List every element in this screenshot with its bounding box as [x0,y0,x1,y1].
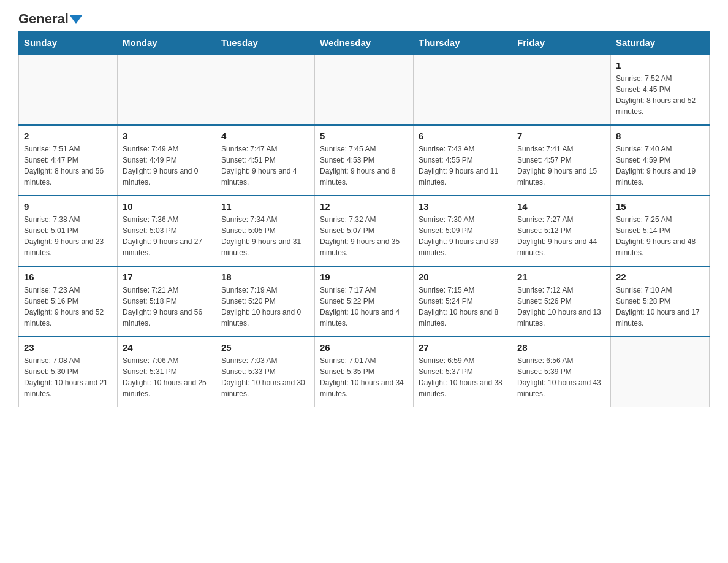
calendar-week-row: 16Sunrise: 7:23 AMSunset: 5:16 PMDayligh… [19,266,710,337]
day-number: 6 [419,131,507,141]
calendar-cell: 27Sunrise: 6:59 AMSunset: 5:37 PMDayligh… [414,337,512,407]
day-info: Sunrise: 7:36 AMSunset: 5:03 PMDaylight:… [123,214,211,258]
calendar-cell [611,337,710,407]
day-info: Sunrise: 7:32 AMSunset: 5:07 PMDaylight:… [320,214,408,258]
calendar-cell [118,55,216,125]
logo-black-text: General [18,11,69,26]
day-info: Sunrise: 7:41 AMSunset: 4:57 PMDaylight:… [517,144,605,188]
calendar-cell: 8Sunrise: 7:40 AMSunset: 4:59 PMDaylight… [611,125,710,196]
calendar-cell: 16Sunrise: 7:23 AMSunset: 5:16 PMDayligh… [19,266,118,337]
day-of-week-header: Thursday [414,31,512,55]
day-info: Sunrise: 7:19 AMSunset: 5:20 PMDaylight:… [221,285,309,329]
calendar-cell: 7Sunrise: 7:41 AMSunset: 4:57 PMDaylight… [512,125,611,196]
day-info: Sunrise: 7:21 AMSunset: 5:18 PMDaylight:… [123,285,211,329]
calendar-cell: 20Sunrise: 7:15 AMSunset: 5:24 PMDayligh… [414,266,512,337]
calendar-cell [512,55,611,125]
calendar-cell: 12Sunrise: 7:32 AMSunset: 5:07 PMDayligh… [315,196,414,266]
calendar-week-row: 1Sunrise: 7:52 AMSunset: 4:45 PMDaylight… [19,55,710,125]
day-number: 2 [24,131,112,141]
day-of-week-header: Saturday [611,31,710,55]
calendar-cell: 17Sunrise: 7:21 AMSunset: 5:18 PMDayligh… [118,266,216,337]
calendar-week-row: 23Sunrise: 7:08 AMSunset: 5:30 PMDayligh… [19,337,710,407]
day-of-week-header: Wednesday [315,31,414,55]
day-number: 11 [221,201,309,212]
day-info: Sunrise: 7:27 AMSunset: 5:12 PMDaylight:… [517,214,605,258]
calendar-cell: 13Sunrise: 7:30 AMSunset: 5:09 PMDayligh… [414,196,512,266]
day-number: 4 [221,131,309,141]
calendar-cell: 2Sunrise: 7:51 AMSunset: 4:47 PMDaylight… [19,125,118,196]
day-number: 28 [517,342,605,353]
calendar-table: SundayMondayTuesdayWednesdayThursdayFrid… [18,31,710,407]
day-info: Sunrise: 7:01 AMSunset: 5:35 PMDaylight:… [320,355,408,399]
day-info: Sunrise: 6:59 AMSunset: 5:37 PMDaylight:… [419,355,507,399]
day-info: Sunrise: 7:34 AMSunset: 5:05 PMDaylight:… [221,214,309,258]
day-number: 5 [320,131,408,141]
day-number: 23 [24,342,112,353]
day-info: Sunrise: 7:49 AMSunset: 4:49 PMDaylight:… [123,144,211,188]
day-info: Sunrise: 7:03 AMSunset: 5:33 PMDaylight:… [221,355,309,399]
day-info: Sunrise: 7:40 AMSunset: 4:59 PMDaylight:… [616,144,704,188]
day-number: 25 [221,342,309,353]
calendar-cell: 25Sunrise: 7:03 AMSunset: 5:33 PMDayligh… [216,337,315,407]
day-of-week-header: Sunday [19,31,118,55]
calendar-header: SundayMondayTuesdayWednesdayThursdayFrid… [19,31,710,55]
day-info: Sunrise: 7:10 AMSunset: 5:28 PMDaylight:… [616,285,704,329]
calendar-cell: 26Sunrise: 7:01 AMSunset: 5:35 PMDayligh… [315,337,414,407]
day-number: 16 [24,272,112,282]
calendar-cell [216,55,315,125]
day-info: Sunrise: 7:08 AMSunset: 5:30 PMDaylight:… [24,355,112,399]
calendar-cell: 5Sunrise: 7:45 AMSunset: 4:53 PMDaylight… [315,125,414,196]
calendar-cell: 9Sunrise: 7:38 AMSunset: 5:01 PMDaylight… [19,196,118,266]
calendar-cell: 24Sunrise: 7:06 AMSunset: 5:31 PMDayligh… [118,337,216,407]
page-header: General [18,12,710,25]
day-number: 13 [419,201,507,212]
day-number: 24 [123,342,211,353]
day-info: Sunrise: 7:30 AMSunset: 5:09 PMDaylight:… [419,214,507,258]
calendar-week-row: 2Sunrise: 7:51 AMSunset: 4:47 PMDaylight… [19,125,710,196]
days-of-week-row: SundayMondayTuesdayWednesdayThursdayFrid… [19,31,710,55]
day-number: 14 [517,201,605,212]
calendar-cell: 19Sunrise: 7:17 AMSunset: 5:22 PMDayligh… [315,266,414,337]
day-of-week-header: Monday [118,31,216,55]
day-of-week-header: Tuesday [216,31,315,55]
day-number: 21 [517,272,605,282]
day-number: 19 [320,272,408,282]
calendar-cell: 6Sunrise: 7:43 AMSunset: 4:55 PMDaylight… [414,125,512,196]
calendar-cell: 11Sunrise: 7:34 AMSunset: 5:05 PMDayligh… [216,196,315,266]
day-number: 27 [419,342,507,353]
day-info: Sunrise: 7:43 AMSunset: 4:55 PMDaylight:… [419,144,507,188]
calendar-cell: 28Sunrise: 6:56 AMSunset: 5:39 PMDayligh… [512,337,611,407]
day-number: 1 [616,60,704,71]
calendar-cell [414,55,512,125]
logo: General [18,12,82,25]
day-number: 15 [616,201,704,212]
day-number: 20 [419,272,507,282]
calendar-cell: 22Sunrise: 7:10 AMSunset: 5:28 PMDayligh… [611,266,710,337]
day-of-week-header: Friday [512,31,611,55]
calendar-cell: 3Sunrise: 7:49 AMSunset: 4:49 PMDaylight… [118,125,216,196]
day-number: 18 [221,272,309,282]
calendar-cell: 10Sunrise: 7:36 AMSunset: 5:03 PMDayligh… [118,196,216,266]
day-number: 17 [123,272,211,282]
day-number: 10 [123,201,211,212]
day-number: 8 [616,131,704,141]
calendar-cell: 15Sunrise: 7:25 AMSunset: 5:14 PMDayligh… [611,196,710,266]
day-info: Sunrise: 7:15 AMSunset: 5:24 PMDaylight:… [419,285,507,329]
day-info: Sunrise: 7:38 AMSunset: 5:01 PMDaylight:… [24,214,112,258]
day-info: Sunrise: 7:17 AMSunset: 5:22 PMDaylight:… [320,285,408,329]
day-number: 7 [517,131,605,141]
day-info: Sunrise: 7:47 AMSunset: 4:51 PMDaylight:… [221,144,309,188]
calendar-cell: 21Sunrise: 7:12 AMSunset: 5:26 PMDayligh… [512,266,611,337]
calendar-body: 1Sunrise: 7:52 AMSunset: 4:45 PMDaylight… [19,55,710,407]
day-info: Sunrise: 6:56 AMSunset: 5:39 PMDaylight:… [517,355,605,399]
day-number: 12 [320,201,408,212]
day-info: Sunrise: 7:23 AMSunset: 5:16 PMDaylight:… [24,285,112,329]
day-number: 3 [123,131,211,141]
day-info: Sunrise: 7:06 AMSunset: 5:31 PMDaylight:… [123,355,211,399]
calendar-cell: 4Sunrise: 7:47 AMSunset: 4:51 PMDaylight… [216,125,315,196]
day-number: 9 [24,201,112,212]
day-info: Sunrise: 7:45 AMSunset: 4:53 PMDaylight:… [320,144,408,188]
day-info: Sunrise: 7:51 AMSunset: 4:47 PMDaylight:… [24,144,112,188]
calendar-week-row: 9Sunrise: 7:38 AMSunset: 5:01 PMDaylight… [19,196,710,266]
logo-triangle-icon [70,15,82,24]
